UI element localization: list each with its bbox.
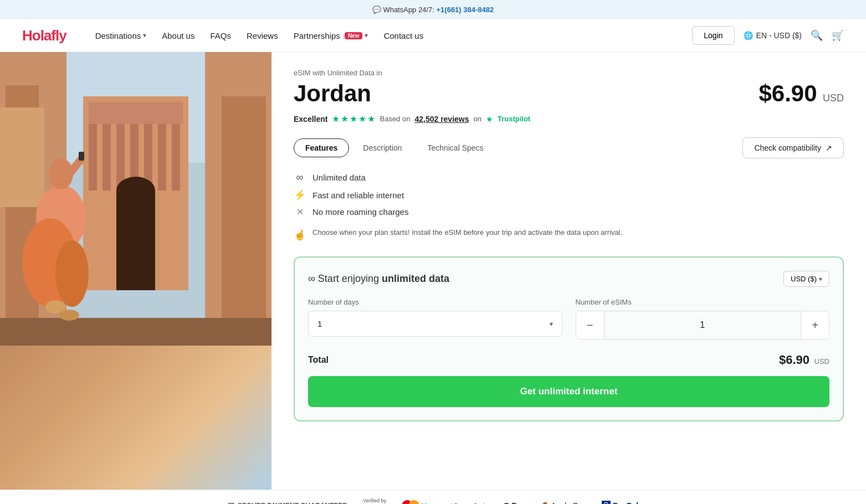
star-3: ★	[350, 114, 357, 124]
tabs-row: Features Description Technical Specs Che…	[294, 137, 844, 158]
visa-verified-badge: Verified by VISA	[363, 498, 386, 504]
chevron-down-icon-4: ▾	[550, 320, 553, 328]
paypal-badge: 🅿 PayPal	[602, 501, 638, 504]
based-on-text: Based on	[380, 115, 410, 123]
days-value: 1	[317, 319, 322, 328]
esim-label: eSIM with Unlimited Data in	[294, 69, 844, 77]
applepay-badge: 🍎 Apple Pay	[541, 501, 586, 504]
tip-text: Choose when your plan starts! Install th…	[312, 228, 622, 236]
destinations-label: Destinations	[95, 31, 141, 40]
tip-icon: ☝	[294, 229, 306, 241]
nav-destinations[interactable]: Destinations ▾	[95, 31, 147, 40]
currency-selector[interactable]: USD ($) ▾	[783, 271, 829, 287]
search-icon[interactable]: 🔍	[811, 29, 823, 42]
feature-no-roaming: ✕ No more roaming charges	[294, 207, 844, 217]
esims-counter: − 1 +	[576, 311, 830, 340]
reviews-label: Reviews	[247, 31, 278, 40]
esims-label: Number of eSIMs	[576, 298, 830, 306]
infinity-icon-2: ∞	[308, 273, 315, 284]
nav-reviews[interactable]: Reviews	[247, 31, 278, 40]
lightning-icon: ⚡	[294, 189, 306, 201]
svg-rect-15	[172, 124, 180, 191]
check-compatibility-button[interactable]: Check compatibility ↗	[742, 137, 844, 158]
language-selector[interactable]: 🌐 EN - USD ($)	[744, 31, 802, 40]
visa-line1: Verified by	[363, 498, 386, 504]
product-tabs: Features Description Technical Specs	[294, 138, 495, 157]
new-badge: New	[345, 32, 363, 39]
tab-technical-specs[interactable]: Technical Specs	[416, 138, 495, 157]
on-text: on	[474, 115, 481, 123]
star-5: ★	[367, 114, 375, 124]
rating-label: Excellent	[294, 115, 327, 124]
decrement-button[interactable]: −	[576, 311, 604, 339]
contact-label: Contact us	[383, 31, 423, 40]
nav-about[interactable]: About us	[162, 31, 194, 40]
svg-point-24	[55, 240, 89, 307]
nav-right: Login 🌐 EN - USD ($) 🔍 🛒	[692, 26, 844, 45]
product-title-row: Jordan $6.90 USD	[294, 80, 844, 107]
gpay-label: G Pay	[503, 501, 525, 504]
petra-background	[0, 52, 271, 346]
whatsapp-icon: 💬	[372, 6, 381, 14]
tab-features[interactable]: Features	[294, 138, 349, 157]
days-label: Number of days	[308, 298, 562, 306]
product-title: Jordan	[294, 80, 371, 107]
svg-rect-4	[0, 107, 44, 207]
shield-icon: 🛡	[228, 502, 234, 504]
nav-contact[interactable]: Contact us	[383, 31, 423, 40]
start-enjoying-text: Start enjoying	[318, 273, 379, 284]
nav-partnerships[interactable]: Partnerships New ▾	[294, 31, 368, 40]
paypal-icon: 🅿	[602, 501, 611, 504]
esims-selector-group: Number of eSIMs − 1 +	[576, 298, 830, 340]
days-dropdown[interactable]: 1 ▾	[308, 311, 562, 337]
lang-label: EN - USD ($)	[756, 31, 802, 40]
chevron-down-icon-2: ▾	[365, 32, 368, 39]
external-link-icon: ↗	[826, 143, 832, 152]
chevron-down-icon-3: ▾	[819, 275, 822, 283]
purchase-card: ∞ Start enjoying unlimited data USD ($) …	[294, 256, 844, 421]
total-label: Total	[308, 355, 329, 365]
secure-payment-badge: 🛡 SECURE PAYMENT GUARANTEED	[228, 502, 347, 504]
get-internet-button[interactable]: Get unlimited internet	[308, 376, 829, 407]
product-price: $6.90	[759, 80, 817, 106]
svg-rect-18	[0, 318, 271, 346]
product-info: eSIM with Unlimited Data in Jordan $6.90…	[271, 52, 866, 490]
feature-text-2: Fast and reliable internet	[312, 191, 404, 200]
nav-faqs[interactable]: FAQs	[210, 31, 231, 40]
increment-button[interactable]: +	[801, 311, 829, 339]
svg-rect-14	[158, 124, 166, 191]
phone-link[interactable]: +1(661) 384-8482	[437, 6, 494, 14]
paypal-label: PayPal	[613, 501, 638, 504]
petra-illustration	[0, 52, 271, 346]
footer-payment: 🛡 SECURE PAYMENT GUARANTEED Verified by …	[0, 490, 866, 504]
unlimited-bold: unlimited data	[382, 273, 449, 284]
feature-text-3: No more roaming charges	[312, 207, 408, 217]
product-image	[0, 52, 271, 490]
logo[interactable]: Holafly	[22, 27, 66, 44]
tab-description[interactable]: Description	[351, 138, 413, 157]
logo-text: Holafly	[22, 27, 66, 44]
applepay-label: Apple Pay	[551, 501, 586, 504]
login-button[interactable]: Login	[692, 26, 734, 45]
mastercard-logo	[402, 500, 419, 504]
feature-unlimited-data: ∞ Unlimited data	[294, 172, 844, 183]
star-1: ★	[332, 114, 340, 124]
svg-rect-9	[89, 124, 97, 191]
partnerships-label: Partnerships	[294, 31, 340, 40]
apple-icon: 🍎	[541, 502, 549, 504]
reviews-count[interactable]: 42,502 reviews	[414, 115, 469, 124]
svg-rect-8	[89, 102, 183, 124]
tip-row: ☝ Choose when your plan starts! Install …	[294, 228, 844, 241]
review-count-text: 42,502 reviews	[414, 115, 469, 124]
main-content: eSIM with Unlimited Data in Jordan $6.90…	[0, 52, 866, 490]
svg-rect-22	[79, 152, 84, 161]
svg-point-26	[59, 310, 79, 321]
gpay-badge: G Pay	[503, 501, 525, 504]
features-list: ∞ Unlimited data ⚡ Fast and reliable int…	[294, 172, 844, 217]
star-4: ★	[358, 114, 366, 124]
trustpilot-label: Trustpilot	[498, 115, 530, 123]
svg-rect-6	[222, 96, 266, 318]
cart-icon[interactable]: 🛒	[832, 29, 844, 42]
star-rating: ★ ★ ★ ★ ★	[332, 114, 375, 124]
top-banner: 💬 WhatsApp 24/7: +1(661) 384-8482	[0, 0, 866, 19]
